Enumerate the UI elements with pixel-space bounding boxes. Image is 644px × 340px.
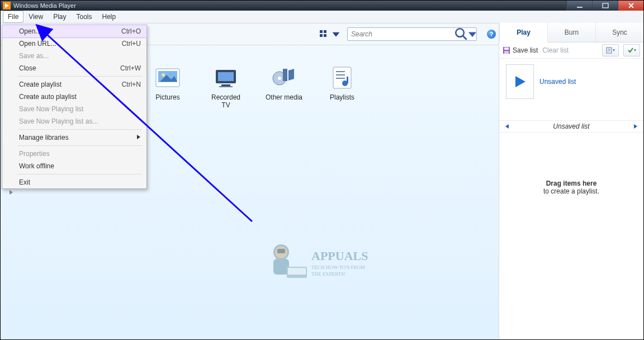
menuitem-create-playlist[interactable]: Create playlistCtrl+N (2, 78, 146, 91)
list-options-icon (606, 47, 615, 54)
playlist-toolbar: Save list Clear list (499, 42, 643, 59)
check-options-icon (627, 47, 636, 54)
svg-marker-48 (634, 124, 637, 129)
menuitem-save-as: Save as... (2, 50, 146, 62)
svg-text:APPUALS: APPUALS (311, 249, 368, 263)
svg-rect-29 (283, 69, 287, 81)
file-menu-dropdown: Open...Ctrl+OOpen URL...Ctrl+USave as...… (2, 25, 147, 189)
search-input[interactable] (348, 30, 454, 38)
play-icon (513, 74, 527, 89)
menuitem-label: Create playlist (19, 81, 61, 88)
library-item-playlists[interactable]: Playlists (323, 67, 362, 109)
svg-rect-25 (221, 84, 230, 86)
menuitem-label: Open URL... (19, 40, 56, 48)
svg-rect-57 (288, 268, 306, 275)
playlist-more-button[interactable] (623, 44, 640, 56)
menuitem-close[interactable]: CloseCtrl+W (2, 62, 146, 74)
menuitem-open-url[interactable]: Open URL...Ctrl+U (2, 37, 146, 50)
save-list-label: Save list (513, 46, 538, 54)
playlist-header: Unsaved list (499, 59, 643, 105)
menuitem-label: Save Now Playing list as... (19, 117, 98, 125)
tab-play[interactable]: Play (499, 23, 547, 42)
svg-rect-36 (347, 77, 348, 83)
window-controls (566, 1, 643, 11)
close-button[interactable] (618, 1, 643, 11)
unsaved-list-link[interactable]: Unsaved list (539, 78, 576, 86)
sidebar-fragment: x (8, 188, 20, 196)
menu-file[interactable]: File (3, 11, 23, 23)
svg-marker-30 (288, 69, 294, 81)
watermark: APPUALS TECH HOW-TO'S FROM THE EXPERTS! (262, 235, 380, 293)
clear-list-button[interactable]: Clear list (542, 46, 569, 54)
svg-rect-41 (607, 48, 612, 53)
menuitem-save-now-playing-list-as: Save Now Playing list as... (2, 115, 146, 128)
menuitem-open[interactable]: Open...Ctrl+O (2, 25, 146, 37)
playlist-title-row: Unsaved list (499, 120, 643, 133)
library-item-recorded-tv[interactable]: Recorded TV (206, 67, 245, 109)
playlist-options-button[interactable] (602, 44, 619, 56)
svg-rect-26 (219, 86, 233, 87)
save-list-button[interactable]: Save list (503, 46, 538, 54)
menu-view[interactable]: View (23, 11, 48, 23)
chevron-right-icon (136, 134, 141, 141)
tab-burn[interactable]: Burn (547, 23, 595, 42)
view-options (319, 30, 340, 39)
prev-arrow-icon[interactable] (504, 123, 510, 130)
svg-rect-1 (577, 7, 583, 8)
tab-sync[interactable]: Sync (595, 23, 643, 42)
library-label: Playlists (330, 93, 354, 101)
menu-play[interactable]: Play (48, 11, 71, 23)
view-mode-icon[interactable] (319, 30, 328, 39)
menuitem-label: Save as... (19, 52, 49, 60)
menuitem-exit[interactable]: Exit (2, 176, 146, 188)
svg-rect-8 (324, 34, 326, 37)
svg-marker-46 (515, 76, 525, 87)
svg-rect-40 (504, 51, 509, 54)
menuitem-manage-libraries[interactable]: Manage libraries (2, 131, 146, 144)
svg-rect-54 (277, 249, 285, 253)
svg-marker-9 (333, 32, 340, 37)
svg-point-21 (162, 73, 165, 77)
library-item-other-media[interactable]: Other media (264, 67, 304, 109)
menu-tools[interactable]: Tools (71, 11, 97, 23)
svg-rect-7 (320, 34, 323, 37)
svg-marker-37 (10, 190, 13, 195)
next-arrow-icon[interactable] (632, 123, 639, 130)
tv-icon (213, 67, 239, 89)
maximize-button[interactable] (592, 1, 618, 11)
playlist-title: Unsaved list (510, 122, 632, 130)
picture-icon (155, 67, 181, 89)
library-label: Recorded TV (206, 93, 245, 109)
search-dropdown-icon[interactable] (468, 30, 476, 38)
menuitem-label: Open... (19, 27, 41, 35)
save-icon (503, 46, 510, 54)
menu-help[interactable]: Help (97, 11, 121, 23)
chevron-down-icon[interactable] (332, 30, 340, 39)
svg-rect-24 (218, 72, 234, 81)
minimize-button[interactable] (566, 1, 592, 11)
menubar: File View Play Tools Help (1, 11, 643, 23)
svg-marker-45 (634, 49, 636, 51)
svg-marker-12 (468, 32, 476, 37)
other-media-icon (271, 67, 297, 89)
menuitem-properties: Properties (2, 148, 146, 160)
drag-hint-main: Drag items here (499, 180, 643, 187)
search-box[interactable] (347, 27, 477, 41)
menuitem-work-offline[interactable]: Work offline (2, 160, 146, 172)
svg-point-10 (456, 29, 464, 37)
menuitem-create-auto-playlist[interactable]: Create auto playlist (2, 91, 146, 103)
svg-text:THE EXPERTS!: THE EXPERTS! (311, 271, 345, 277)
library-item-pictures[interactable]: Pictures (148, 67, 187, 109)
library-label: Pictures (155, 93, 179, 101)
help-icon[interactable]: ? (487, 30, 496, 39)
svg-rect-6 (324, 30, 326, 33)
menuitem-save-now-playing-list: Save Now Playing list (2, 103, 146, 115)
menuitem-label: Manage libraries (19, 134, 69, 141)
menuitem-shortcut: Ctrl+O (121, 27, 141, 35)
svg-rect-39 (504, 48, 509, 50)
svg-marker-47 (505, 124, 509, 129)
menuitem-label: Properties (19, 150, 50, 158)
menuitem-label: Create auto playlist (19, 93, 77, 101)
search-icon[interactable] (454, 27, 468, 41)
playlist-icon (329, 67, 355, 89)
